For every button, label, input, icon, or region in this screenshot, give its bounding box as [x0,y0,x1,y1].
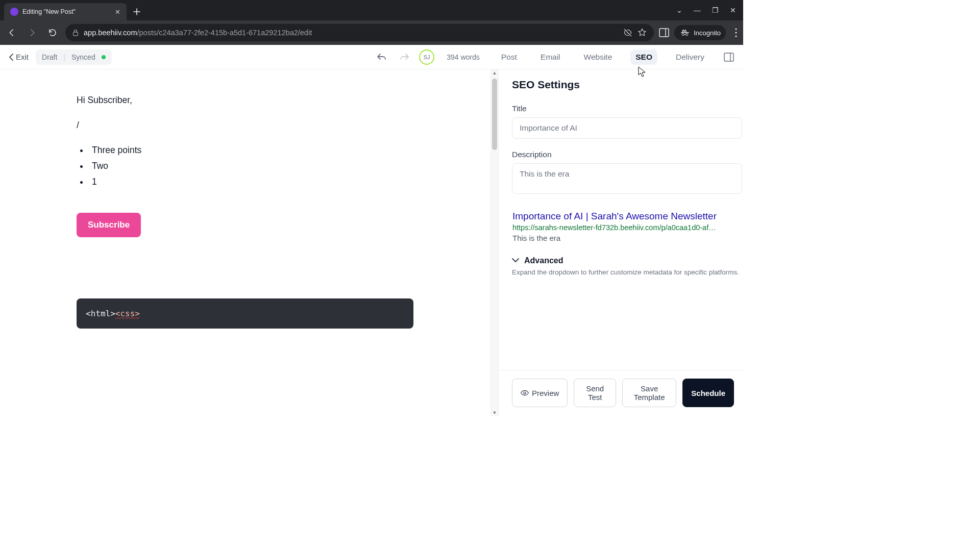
serp-preview: Importance of AI | Sarah's Awesome Newsl… [512,207,743,246]
settings-tabs: Post Email Website SEO Delivery [496,49,709,65]
browser-toolbar: app.beehiiv.com/posts/c24a3a77-2fe2-415b… [0,20,743,45]
greeting-text: Hi Subscriber, [77,95,427,106]
tab-email[interactable]: Email [535,49,566,65]
close-window-icon[interactable]: ✕ [730,6,736,14]
editor-canvas[interactable]: Hi Subscriber, / Three points Two 1 Subs… [0,69,498,416]
tab-search-icon[interactable]: ⌄ [676,6,682,14]
send-test-button[interactable]: Send Test [574,379,616,407]
svg-point-11 [524,392,526,394]
serp-description: This is the era [512,234,741,242]
preview-button[interactable]: Preview [512,379,568,407]
svg-rect-0 [74,32,78,36]
serp-title[interactable]: Importance of AI | Sarah's Awesome Newsl… [512,211,741,222]
side-panel-icon[interactable] [659,28,669,37]
editor-scrollbar[interactable]: ▲ ▼ [491,69,498,416]
avatar[interactable]: SJ [419,49,434,65]
panel-heading: SEO Settings [512,79,743,91]
title-label: Title [512,104,742,113]
redo-button[interactable] [397,49,412,65]
back-button[interactable] [4,25,19,40]
exit-button[interactable]: Exit [9,53,29,61]
incognito-label: Incognito [694,29,721,37]
eye-off-icon[interactable] [623,28,632,37]
serp-url: https://sarahs-newsletter-fd732b.beehiiv… [512,223,741,232]
bullet-list: Three points Two 1 [89,145,427,187]
exit-label: Exit [16,53,29,61]
scroll-thumb[interactable] [492,79,497,150]
separator: | [63,53,65,61]
browser-tab[interactable]: Editing "New Post" ✕ [4,3,127,20]
undo-button[interactable] [374,49,389,65]
status-draft: Draft [42,53,57,61]
code-block[interactable]: <html><css> [77,298,413,329]
avatar-initials: SJ [424,54,430,60]
incognito-badge[interactable]: Incognito [674,25,726,40]
site-favicon-icon [10,8,18,16]
incognito-icon [679,27,691,38]
bookmark-star-icon[interactable] [638,28,647,37]
footer-actions: Preview Send Test Save Template Schedule [499,370,743,416]
app-header: Exit Draft | Synced SJ 394 words Post Em… [0,45,743,69]
status-pill: Draft | Synced [36,49,112,65]
chevron-left-icon [9,54,14,61]
scroll-down-icon[interactable]: ▼ [491,410,498,415]
status-sync: Synced [71,53,95,61]
list-item: Three points [89,145,427,156]
tab-title: Editing "New Post" [22,8,76,15]
url-text: app.beehiiv.com/posts/c24a3a77-2fe2-415b… [84,29,618,37]
close-tab-icon[interactable]: ✕ [115,8,120,16]
svg-point-4 [686,34,688,36]
svg-rect-9 [724,53,733,61]
browser-menu-icon[interactable] [735,28,737,37]
new-tab-button[interactable] [130,5,144,19]
minimize-icon[interactable]: — [694,6,701,14]
svg-point-3 [682,34,684,36]
svg-rect-1 [659,29,669,37]
subscribe-button[interactable]: Subscribe [77,213,141,237]
slash-command: / [77,120,427,131]
seo-panel: SEO Settings Title Description This is t… [498,69,743,416]
seo-description-input[interactable]: This is the era [512,163,742,194]
code-token-html: <html> [86,309,115,318]
lock-icon [72,29,79,36]
list-item: Two [89,161,427,171]
schedule-button[interactable]: Schedule [682,379,734,407]
save-template-button[interactable]: Save Template [622,379,676,407]
chevron-down-icon [512,258,519,263]
collapse-panel-icon[interactable] [724,53,734,62]
description-label: Description [512,150,742,159]
svg-point-8 [735,35,737,37]
address-bar[interactable]: app.beehiiv.com/posts/c24a3a77-2fe2-415b… [65,24,654,41]
reload-button[interactable] [45,25,60,40]
maximize-icon[interactable]: ❐ [712,6,719,14]
seo-title-input[interactable] [512,117,742,139]
url-domain: app.beehiiv.com [84,29,137,37]
preview-label: Preview [532,389,559,397]
tab-delivery[interactable]: Delivery [671,49,709,65]
tab-website[interactable]: Website [579,49,618,65]
tab-post[interactable]: Post [496,49,522,65]
list-item: 1 [89,177,427,187]
url-path: /posts/c24a3a77-2fe2-415b-a5d1-671a29212… [137,29,312,37]
window-controls: ⌄ — ❐ ✕ [676,0,743,20]
editor-area: Hi Subscriber, / Three points Two 1 Subs… [0,69,498,416]
forward-button[interactable] [24,25,40,40]
browser-titlebar: Editing "New Post" ✕ ⌄ — ❐ ✕ [0,0,743,20]
code-token-css: <css> [115,309,140,318]
eye-icon [521,389,529,396]
advanced-description: Expand the dropdown to further customize… [512,268,743,276]
advanced-label: Advanced [524,256,563,265]
tab-seo[interactable]: SEO [630,49,657,65]
scroll-up-icon[interactable]: ▲ [491,70,498,76]
sync-dot-icon [102,55,106,59]
advanced-toggle[interactable]: Advanced [512,256,743,265]
svg-point-6 [735,28,737,30]
word-count: 394 words [447,53,480,61]
svg-point-7 [735,32,737,33]
